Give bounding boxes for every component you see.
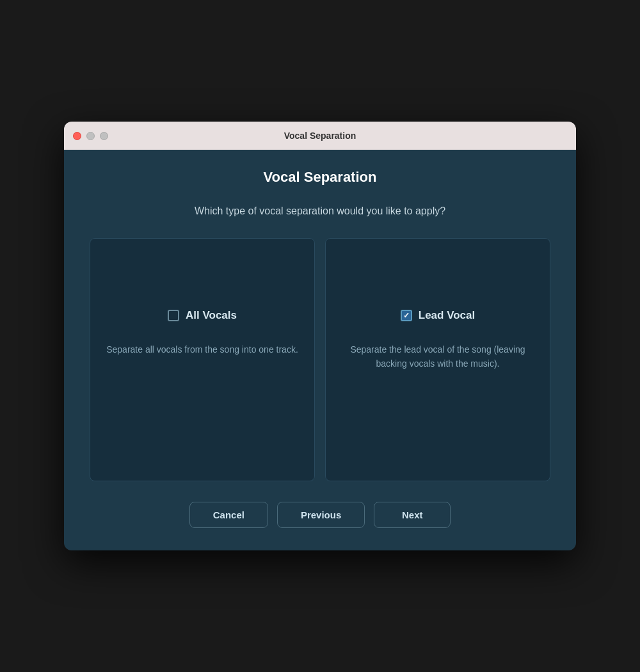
lead-vocal-description: Separate the lead vocal of the song (lea… xyxy=(341,342,534,371)
lead-vocal-card[interactable]: Lead Vocal Separate the lead vocal of th… xyxy=(325,238,550,481)
lead-vocal-label: Lead Vocal xyxy=(419,309,476,322)
lead-vocal-checkbox[interactable] xyxy=(401,310,412,321)
next-button[interactable]: Next xyxy=(374,502,451,528)
lead-vocal-header: Lead Vocal xyxy=(341,309,534,322)
all-vocals-label: All Vocals xyxy=(186,309,237,322)
previous-button[interactable]: Previous xyxy=(277,502,365,528)
minimize-button[interactable] xyxy=(86,132,95,140)
all-vocals-checkbox[interactable] xyxy=(168,310,179,321)
dialog-question: Which type of vocal separation would you… xyxy=(90,204,550,219)
window-title: Vocal Separation xyxy=(284,131,356,141)
all-vocals-description: Separate all vocals from the song into o… xyxy=(106,342,298,356)
traffic-lights xyxy=(73,132,108,140)
window-content: Vocal Separation Which type of vocal sep… xyxy=(64,150,576,550)
buttons-row: Cancel Previous Next xyxy=(90,502,550,528)
close-button[interactable] xyxy=(73,132,81,140)
dialog-title: Vocal Separation xyxy=(90,169,550,186)
maximize-button[interactable] xyxy=(100,132,108,140)
options-container: All Vocals Separate all vocals from the … xyxy=(90,238,550,481)
all-vocals-header: All Vocals xyxy=(106,309,299,322)
title-bar: Vocal Separation xyxy=(64,122,576,150)
all-vocals-card[interactable]: All Vocals Separate all vocals from the … xyxy=(90,238,315,481)
app-window: Vocal Separation Vocal Separation Which … xyxy=(64,122,576,550)
cancel-button[interactable]: Cancel xyxy=(189,502,268,528)
